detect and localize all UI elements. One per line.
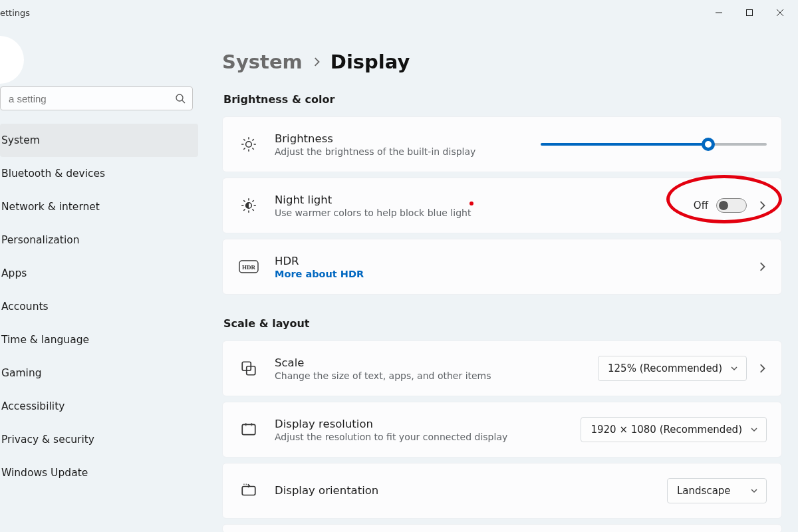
sidebar-item-accounts[interactable]: Accounts <box>0 290 198 323</box>
maximize-button[interactable] <box>734 2 765 23</box>
orientation-icon <box>237 482 260 499</box>
sidebar-item-label: Gaming <box>1 367 42 379</box>
setting-title: Night light <box>275 193 679 207</box>
svg-point-1 <box>176 94 183 101</box>
account-area[interactable] <box>0 33 198 86</box>
search-field[interactable] <box>7 92 175 105</box>
chevron-down-icon <box>730 364 738 372</box>
svg-rect-8 <box>242 424 255 434</box>
setting-subtitle: Adjust the resolution to fit your connec… <box>275 432 566 442</box>
sidebar-item-label: Bluetooth & devices <box>1 168 105 180</box>
setting-title: Display resolution <box>275 417 566 432</box>
setting-brightness: Brightness Adjust the brightness of the … <box>222 116 782 172</box>
select-value: 1920 × 1080 (Recommended) <box>591 424 742 436</box>
nav: System Bluetooth & devices Network & int… <box>0 120 198 489</box>
orientation-select[interactable]: Landscape <box>667 478 767 503</box>
close-button[interactable] <box>765 2 795 23</box>
sidebar-item-label: Windows Update <box>1 467 88 479</box>
select-value: 125% (Recommended) <box>608 362 722 374</box>
window-title: ettings <box>0 8 30 18</box>
window-controls <box>704 2 795 23</box>
setting-scale[interactable]: Scale Change the size of text, apps, and… <box>222 340 782 396</box>
setting-title: Display orientation <box>275 483 652 498</box>
search-icon <box>175 93 186 104</box>
main-content: System Display Brightness & color Bright… <box>198 25 798 532</box>
sidebar-item-bluetooth[interactable]: Bluetooth & devices <box>0 157 198 190</box>
sidebar-item-label: Time & language <box>1 334 89 346</box>
chevron-down-icon <box>750 487 758 495</box>
title-bar: ettings <box>0 0 798 25</box>
avatar <box>0 36 24 84</box>
breadcrumb-parent[interactable]: System <box>222 51 303 73</box>
breadcrumb-current: Display <box>331 51 410 73</box>
chevron-right-icon <box>312 57 321 66</box>
setting-resolution[interactable]: Display resolution Adjust the resolution… <box>222 402 782 458</box>
breadcrumb: System Display <box>222 51 782 73</box>
svg-rect-0 <box>747 10 753 16</box>
night-light-icon <box>237 197 260 214</box>
sidebar-item-label: Network & internet <box>1 201 100 213</box>
sidebar-item-apps[interactable]: Apps <box>0 257 198 290</box>
chevron-down-icon <box>750 426 758 434</box>
scale-select[interactable]: 125% (Recommended) <box>598 356 747 381</box>
sidebar-item-label: Personalization <box>1 234 80 246</box>
brightness-icon <box>237 136 260 153</box>
hdr-icon: HDR <box>237 260 260 273</box>
chevron-right-icon[interactable] <box>757 364 767 373</box>
section-scale-layout: Scale & layout <box>223 317 782 330</box>
setting-subtitle: Use warmer colors to help block blue lig… <box>275 207 679 218</box>
setting-night-light[interactable]: Night light Use warmer colors to help bl… <box>222 178 782 233</box>
svg-rect-9 <box>242 487 255 495</box>
chevron-right-icon[interactable] <box>757 201 767 210</box>
setting-subtitle: Adjust the brightness of the built-in di… <box>275 146 526 157</box>
search-input[interactable] <box>0 86 193 110</box>
resolution-icon <box>237 421 260 438</box>
select-value: Landscape <box>677 485 731 497</box>
setting-title: Scale <box>275 356 583 370</box>
sidebar-item-label: Accessibility <box>1 400 65 412</box>
hdr-more-link[interactable]: More about HDR <box>275 269 743 279</box>
setting-next-partial <box>222 524 782 532</box>
sidebar-item-label: Apps <box>1 267 27 279</box>
setting-hdr[interactable]: HDR HDR More about HDR <box>222 239 782 295</box>
svg-point-2 <box>246 142 252 148</box>
setting-title: HDR <box>275 254 743 269</box>
brightness-slider[interactable] <box>541 138 767 151</box>
sidebar-item-network[interactable]: Network & internet <box>0 190 198 223</box>
setting-title: Brightness <box>275 132 526 146</box>
minimize-button[interactable] <box>704 2 734 23</box>
sidebar-item-accessibility[interactable]: Accessibility <box>0 390 198 423</box>
setting-orientation[interactable]: Display orientation Landscape <box>222 463 782 519</box>
chevron-right-icon[interactable] <box>757 262 767 271</box>
setting-subtitle: Change the size of text, apps, and other… <box>275 370 583 381</box>
sidebar-item-gaming[interactable]: Gaming <box>0 356 198 390</box>
toggle-state-label: Off <box>694 200 708 211</box>
night-light-toggle[interactable] <box>716 198 747 213</box>
sidebar-item-privacy[interactable]: Privacy & security <box>0 423 198 456</box>
sidebar-item-time-language[interactable]: Time & language <box>0 323 198 356</box>
sidebar-item-label: Accounts <box>1 301 49 313</box>
sidebar-item-system[interactable]: System <box>0 124 198 157</box>
resolution-select[interactable]: 1920 × 1080 (Recommended) <box>581 417 767 442</box>
scale-icon <box>237 360 260 377</box>
sidebar-item-label: Privacy & security <box>1 434 94 446</box>
sidebar-item-windows-update[interactable]: Windows Update <box>0 456 198 489</box>
section-brightness-color: Brightness & color <box>223 93 782 106</box>
sidebar: System Bluetooth & devices Network & int… <box>0 25 198 532</box>
svg-text:HDR: HDR <box>242 264 256 271</box>
sidebar-item-label: System <box>1 134 40 146</box>
sidebar-item-personalization[interactable]: Personalization <box>0 223 198 257</box>
